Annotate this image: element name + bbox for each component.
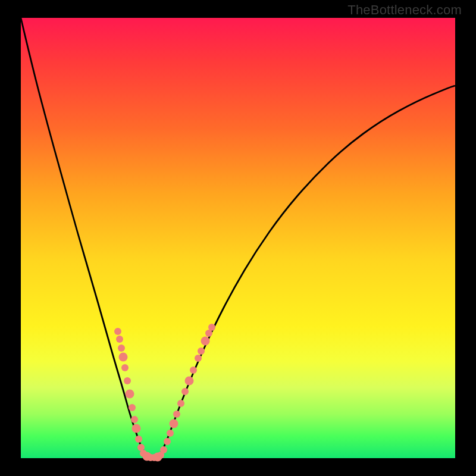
highlight-dot xyxy=(131,416,138,423)
highlight-dot xyxy=(126,390,134,399)
highlight-dot xyxy=(164,438,171,445)
highlight-dot xyxy=(114,328,121,335)
highlight-dots-group xyxy=(114,324,215,462)
highlight-dot xyxy=(201,337,210,346)
highlight-dot xyxy=(173,411,180,418)
highlight-dot xyxy=(116,336,123,343)
highlight-dot xyxy=(118,345,125,352)
highlight-dot xyxy=(132,424,141,433)
watermark-text: TheBottleneck.com xyxy=(347,2,462,18)
highlight-dot xyxy=(185,377,194,386)
bottleneck-curve-right xyxy=(158,86,455,457)
highlight-dot xyxy=(129,404,136,411)
highlight-dot xyxy=(170,419,178,428)
highlight-dot xyxy=(160,446,167,453)
chart-frame: TheBottleneck.com xyxy=(0,0,476,476)
highlight-dot xyxy=(190,367,197,374)
highlight-dot xyxy=(177,400,184,407)
highlight-dot xyxy=(124,377,131,384)
highlight-dot xyxy=(167,430,174,437)
highlight-dot xyxy=(119,353,128,362)
highlight-dot xyxy=(198,347,205,355)
highlight-dot xyxy=(208,324,215,331)
highlight-dot xyxy=(121,364,129,371)
highlight-dot xyxy=(195,355,202,362)
chart-svg xyxy=(0,0,476,476)
highlight-dot xyxy=(135,436,142,443)
highlight-dot xyxy=(181,388,189,395)
